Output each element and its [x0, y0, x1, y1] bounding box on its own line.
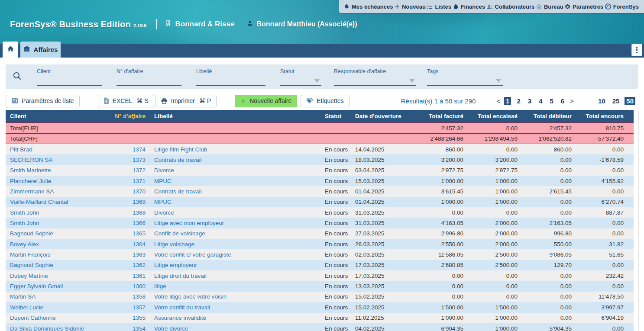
affaire-number-link[interactable]: 1361 — [110, 273, 146, 279]
nav-collaborateurs[interactable]: Collaborateurs — [486, 3, 535, 10]
libelle-link[interactable]: MPUC — [146, 178, 319, 184]
excel-export-button[interactable]: EXCEL ⌘ S — [98, 95, 154, 107]
pagination-prev[interactable]: < — [496, 97, 500, 105]
table-row[interactable]: Bagnoud Sophie1362Litige employeurEn cou… — [6, 260, 634, 270]
nav-nouveau[interactable]: Nouveau — [394, 3, 426, 10]
responsable-filter-select[interactable] — [334, 77, 416, 86]
libelle-link[interactable]: Litige film Fight Club — [146, 146, 319, 153]
statut-filter-select[interactable] — [280, 77, 321, 86]
tab-options-menu-button[interactable] — [631, 44, 642, 56]
client-link[interactable]: Zimmermann SA — [6, 188, 110, 195]
client-filter-input[interactable] — [37, 77, 102, 86]
tags-filter-select[interactable] — [427, 77, 503, 86]
client-link[interactable]: Martin SA — [6, 293, 110, 300]
table-row[interactable]: Bagnoud Sophie1365Conflit de voisinageEn… — [6, 228, 634, 239]
nav-listes[interactable]: Listes — [427, 3, 451, 10]
client-link[interactable]: Bagnoud Sophie — [6, 262, 110, 268]
client-link[interactable]: Dubey Martine — [6, 273, 110, 279]
libelle-link[interactable]: MPUC — [146, 199, 319, 205]
client-link[interactable]: Da Silva Domingues Sidonie — [6, 325, 110, 331]
pagination-page-5[interactable]: 5 — [548, 97, 555, 105]
column-header-libelle[interactable]: Libellé — [146, 113, 319, 119]
pagination-page-4[interactable]: 4 — [537, 97, 544, 105]
affaire-number-link[interactable]: 1364 — [110, 241, 146, 247]
nav-mes-echeances[interactable]: Mes échéances — [343, 3, 393, 10]
nav-finances[interactable]: Finances — [453, 3, 485, 10]
column-header-total-debiteur[interactable]: Total débiteur — [518, 113, 572, 119]
libelle-link[interactable]: Votre conflit c/ votre garagiste — [146, 251, 319, 258]
client-link[interactable]: Egger Sylvain Gmail — [6, 283, 110, 289]
affaire-number-link[interactable]: 1368 — [110, 209, 146, 216]
libelle-link[interactable]: Litige voisinage — [146, 241, 319, 247]
numero-affaire-filter-input[interactable] — [117, 77, 181, 86]
client-link[interactable]: Plancherel Julie — [6, 178, 110, 184]
table-row[interactable]: Weibel Lucie1357Votre conflit du travail… — [6, 302, 634, 312]
client-link[interactable]: Vuille-Maillard Chantal — [6, 199, 110, 205]
libelle-link[interactable]: Divorce — [146, 167, 319, 174]
libelle-link[interactable]: Litige employeur — [146, 262, 319, 268]
libelle-link[interactable]: Litige avec mon employeur — [146, 220, 319, 226]
pagination-page-3[interactable]: 3 — [526, 97, 533, 105]
client-link[interactable]: Bagnoud Sophie — [6, 230, 110, 237]
libelle-link[interactable]: Divorce — [146, 209, 319, 216]
affaire-number-link[interactable]: 1354 — [110, 325, 146, 331]
column-header-numero-affaire-sorted[interactable]: N° d'affaire▼ — [110, 113, 146, 119]
table-row[interactable]: Pitt Brad1374Litige film Fight ClubEn co… — [6, 144, 634, 154]
libelle-link[interactable]: Votre divorce — [146, 325, 319, 331]
column-header-client[interactable]: Client — [6, 113, 110, 119]
libelle-link[interactable]: Votre conflit du travail — [146, 304, 319, 311]
client-link[interactable]: Bovey Alex — [6, 241, 110, 247]
tab-home[interactable] — [3, 42, 18, 58]
page-size-50[interactable]: 50 — [625, 97, 635, 105]
client-link[interactable]: Pitt Brad — [6, 146, 110, 153]
nav-bureau[interactable]: Bureau — [536, 3, 563, 10]
libelle-link[interactable]: Litige droit du travail — [146, 273, 319, 279]
new-affaire-button[interactable]: Nouvelle affaire — [235, 95, 297, 107]
affaire-number-link[interactable]: 1370 — [110, 188, 146, 195]
table-row[interactable]: Vuille-Maillard Chantal1369MPUCEn cours0… — [6, 197, 634, 207]
table-row[interactable]: Martin SA1358Votre litige avec votre voi… — [6, 292, 634, 302]
affaire-number-link[interactable]: 1374 — [110, 146, 146, 153]
pagination-page-2[interactable]: 2 — [515, 97, 522, 105]
table-row[interactable]: Dubey Martine1361Litige droit du travail… — [6, 270, 634, 281]
affaire-number-link[interactable]: 1365 — [110, 230, 146, 237]
affaire-number-link[interactable]: 1366 — [110, 220, 146, 226]
libelle-link[interactable]: Votre litige avec votre voisin — [146, 293, 319, 300]
table-row[interactable]: Plancherel Julie1371MPUCEn cours15.03.20… — [6, 176, 634, 186]
table-row[interactable]: Smith John1368DivorceEn cours31.03.20250… — [6, 207, 634, 218]
table-row[interactable]: Martin François1363Votre conflit c/ votr… — [6, 249, 634, 260]
affaire-number-link[interactable]: 1369 — [110, 199, 146, 205]
table-row[interactable]: Zimmermann SA1370Contrats de travailEn c… — [6, 186, 634, 196]
nav-parametres[interactable]: Paramètres — [564, 3, 603, 10]
client-link[interactable]: Smith Marinette — [6, 167, 110, 174]
libelle-filter-input[interactable] — [196, 77, 265, 86]
libelle-link[interactable]: Assurance invalidité — [146, 315, 319, 321]
scrollbar-track[interactable] — [638, 111, 641, 331]
affaire-number-link[interactable]: 1355 — [110, 315, 146, 321]
client-link[interactable]: Smith John — [6, 209, 110, 216]
pagination-page-6[interactable]: 6 — [559, 97, 566, 105]
libelle-link[interactable]: Conflit de voisinage — [146, 230, 319, 237]
list-settings-button[interactable]: Paramètres de liste — [6, 95, 80, 107]
table-row[interactable]: Smith John1366Litige avec mon employeurE… — [6, 218, 634, 228]
affaire-number-link[interactable]: 1371 — [110, 178, 146, 184]
table-row[interactable]: Dupont Catherine1355Assurance invalidité… — [6, 313, 634, 323]
affaire-number-link[interactable]: 1360 — [110, 283, 146, 289]
client-link[interactable]: Martin François — [6, 251, 110, 258]
libelle-link[interactable]: litige — [146, 283, 319, 289]
column-header-total-encours[interactable]: Total encours — [572, 113, 634, 119]
page-size-10[interactable]: 10 — [596, 97, 607, 105]
affaire-number-link[interactable]: 1372 — [110, 167, 146, 174]
nav-forensys[interactable]: ForenSys — [605, 3, 639, 10]
table-row[interactable]: Da Silva Domingues Sidonie1354Votre divo… — [6, 323, 634, 331]
page-size-25[interactable]: 25 — [611, 97, 621, 105]
affaire-number-link[interactable]: 1363 — [110, 251, 146, 258]
column-header-statut[interactable]: Statut — [319, 113, 355, 119]
affaire-number-link[interactable]: 1358 — [110, 293, 146, 300]
column-header-total-facture[interactable]: Total facturé — [407, 113, 463, 119]
column-header-date-ouverture[interactable]: Date d'ouverture — [355, 113, 407, 119]
etiquettes-button[interactable]: Etiquettes — [301, 95, 349, 107]
pagination-page-1[interactable]: 1 — [504, 97, 511, 105]
column-header-total-encaisse[interactable]: Total encaissé — [463, 113, 518, 119]
affaire-number-link[interactable]: 1357 — [110, 304, 146, 311]
